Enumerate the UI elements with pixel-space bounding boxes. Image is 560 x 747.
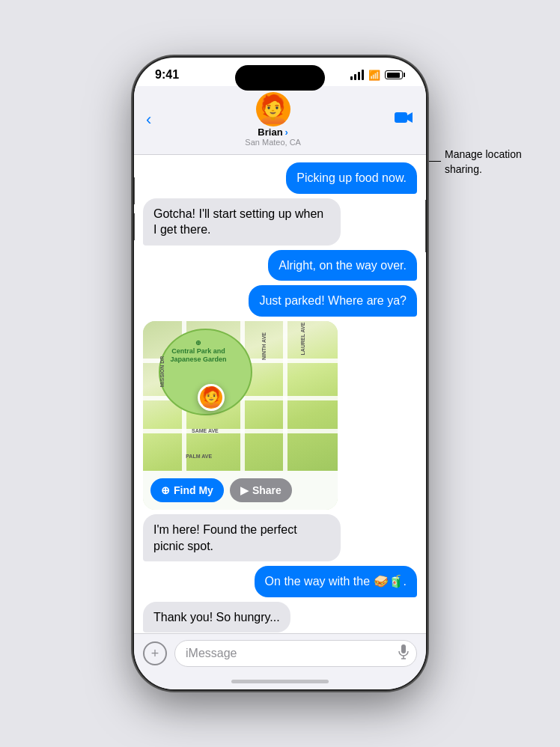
back-button[interactable]: ‹ [146, 110, 151, 129]
add-attachment-button[interactable]: + [143, 641, 167, 665]
messages-area: Picking up food now. Gotcha! I'll start … [134, 155, 426, 637]
signal-icon [350, 70, 364, 80]
status-time: 9:41 [155, 68, 179, 82]
findmy-label: Find My [174, 484, 213, 496]
message-3-bubble: Alright, on the way over. [268, 250, 417, 281]
message-7-bubble: On the way with the 🥪🧃. [255, 566, 417, 597]
findmy-icon: ⊕ [161, 484, 170, 496]
contact-subtitle: San Mateo, CA [245, 138, 301, 147]
chat-header: ‹ 🧑‍🦰 Brian › San Mateo, CA [134, 86, 426, 155]
power-button[interactable] [425, 200, 426, 252]
map-buttons: ⊕ Find My ▶ Share [143, 471, 338, 510]
message-8-row: Thank you! So hungry... [143, 602, 417, 633]
map-pin: 🧑‍🦰 [198, 384, 225, 411]
mic-icon [398, 644, 410, 659]
svg-rect-0 [395, 112, 407, 123]
message-2-bubble: Gotcha! I'll start setting up when I get… [143, 198, 341, 246]
back-chevron-icon: ‹ [146, 110, 151, 129]
share-button[interactable]: ▶ Share [230, 478, 292, 502]
avatar: 🧑‍🦰 [256, 92, 290, 126]
phone: 9:41 📶 [134, 58, 426, 689]
share-label: Share [252, 484, 281, 496]
message-3-row: Alright, on the way over. [143, 250, 417, 281]
chevron-icon: › [285, 126, 288, 138]
message-input-wrapper: iMessage [174, 640, 417, 667]
status-icons: 📶 [350, 70, 405, 81]
message-8-bubble: Thank you! So hungry... [143, 602, 290, 633]
video-call-button[interactable] [395, 111, 414, 128]
message-1-row: Picking up food now. [143, 162, 417, 194]
message-6-row: I'm here! Found the perfect picnic spot. [143, 514, 417, 561]
svg-rect-1 [401, 644, 406, 653]
status-bar: 9:41 📶 [134, 58, 426, 86]
volume-down-button[interactable] [134, 213, 135, 240]
contact-info[interactable]: 🧑‍🦰 Brian › San Mateo, CA [245, 92, 301, 147]
message-6-bubble: I'm here! Found the perfect picnic spot. [143, 514, 341, 561]
volume-up-button[interactable] [134, 177, 135, 204]
message-7-row: On the way with the 🥪🧃. [143, 566, 417, 597]
share-icon: ▶ [240, 484, 249, 496]
map-image: MISSION DR NINTH AVE LAUREL AVE PALM AVE… [143, 321, 338, 471]
battery-icon [385, 70, 405, 79]
wifi-icon: 📶 [368, 70, 380, 81]
message-input[interactable]: iMessage [174, 640, 417, 667]
annotation-text: Manage location sharing. [445, 147, 550, 177]
mic-button[interactable] [398, 644, 410, 662]
message-2-row: Gotcha! I'll start setting up when I get… [143, 198, 417, 246]
avatar-emoji: 🧑‍🦰 [256, 94, 290, 125]
plus-icon: + [151, 646, 159, 662]
message-4-row: Just parked! Where are ya? [143, 285, 417, 317]
message-1-bubble: Picking up food now. [286, 162, 417, 194]
contact-name: Brian › [258, 126, 288, 138]
message-5-row: MISSION DR NINTH AVE LAUREL AVE PALM AVE… [143, 321, 417, 510]
map-bubble[interactable]: MISSION DR NINTH AVE LAUREL AVE PALM AVE… [143, 321, 338, 510]
home-bar [231, 680, 329, 683]
findmy-button[interactable]: ⊕ Find My [150, 478, 224, 502]
input-placeholder: iMessage [186, 647, 237, 660]
park-label: ⊕ Central Park andJapanese Garden [170, 339, 226, 363]
message-4-bubble: Just parked! Where are ya? [249, 285, 417, 317]
video-icon [395, 111, 414, 124]
